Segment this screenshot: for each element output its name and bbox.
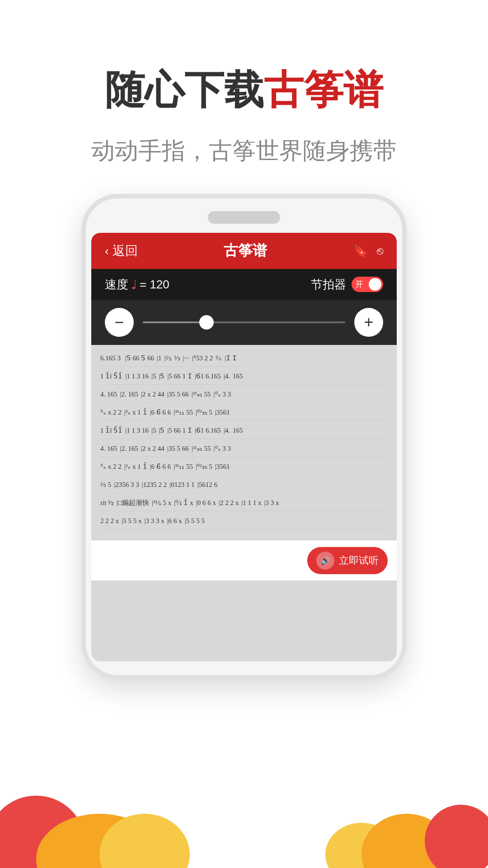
- sheet-segment: |35 5 66: [167, 443, 189, 455]
- sheet-segment: |²¹₄₁ 55: [192, 443, 211, 455]
- sheet-segment: |²¹⁄₁ 5 x: [152, 497, 171, 509]
- decrease-button[interactable]: −: [105, 308, 134, 337]
- listen-label: 立即试听: [339, 554, 379, 567]
- sheet-segment: |2. 165: [120, 388, 139, 401]
- sheet-segment: |5: [151, 425, 156, 437]
- blob-left-red: [0, 796, 86, 868]
- sheet-row: 4. 165 |2. 165 |2 x 2 44 |35 5 66 |²¹₄₁ …: [100, 388, 388, 403]
- sheet-segment: ⁵ₓ x 2 2: [100, 461, 122, 473]
- sheet-segment: |1̄ 1̄: [225, 352, 237, 364]
- sheet-segment: |3 3 3 x: [145, 515, 164, 527]
- sheet-segment: |0 6 6 x: [196, 497, 216, 509]
- sheet-segment: |2 x 2 44: [141, 443, 164, 455]
- bottom-bar: 🔊 立即试听: [91, 540, 397, 580]
- sheet-segment: |³¹₁₁ 55: [174, 406, 193, 419]
- sheet-segment: |³ₓ x 1 1̄: [124, 461, 147, 473]
- main-title-part1: 随心下载: [105, 67, 264, 112]
- sheet-row: rit ³⁄₂ |□煽起渐快 |²¹⁄₁ 5 x |⁰⁄₁ 1̄ x |0 6 …: [100, 497, 388, 511]
- sheet-segment: |6 6̃ 6 6: [150, 406, 171, 419]
- main-title-part2: 古筝谱: [264, 67, 383, 112]
- sheet-segment: |3561: [215, 461, 230, 473]
- sheet-segment: ²⁄₅ 5: [100, 479, 111, 491]
- sheet-segment: |6 6̃ 6 6: [150, 461, 171, 473]
- sheet-row: 1 1̄ī 5̄1̄ |1 1 3 16 |5 |5̄ |5 66 1 1̄ |…: [100, 370, 388, 385]
- bottom-decoration: [0, 750, 488, 868]
- sheet-row: 6.165 3 |5̄ 66 5̄ 66 |1 |²⁄₂ ³⁄₃ |··· |⁵…: [100, 352, 388, 367]
- listen-button[interactable]: 🔊 立即试听: [307, 547, 388, 574]
- tempo-display: 速度 ♩ = 120: [105, 277, 169, 292]
- sheet-row: ⁵ₓ x 2 2 |³ₓ x 1 1̄ |6 6̃ 6 6 |³¹₁₁ 55 |…: [100, 406, 388, 421]
- blob-right-yellow: [325, 823, 398, 868]
- back-button[interactable]: ‹ 返回: [105, 242, 138, 259]
- sheet-segment: |³¹₁₁ 55: [174, 461, 193, 473]
- sheet-segment: |5 66 1 1̄: [167, 425, 192, 437]
- back-label: 返回: [113, 242, 138, 259]
- sheet-segment: 2 2 2 x: [100, 515, 119, 527]
- blob-left-yellow: [99, 814, 190, 868]
- sheet-segment: 165: [233, 425, 243, 437]
- increase-button[interactable]: +: [354, 308, 383, 337]
- slider-fill: [143, 321, 203, 323]
- phone-outer: ‹ 返回 古筝谱 🔖 ⎋ 速度 ♩ = 120 节拍器: [81, 194, 407, 679]
- sheet-row: ²⁄₅ 5 |2356 3 3 |1235 2 2 |0123 1 1 |561…: [100, 479, 388, 493]
- sheet-segment: |3 3 x: [264, 497, 279, 509]
- sheet-segment: |5: [151, 370, 156, 382]
- sheet-segment: |1 1 3 16: [125, 425, 149, 437]
- sheet-row: 4. 165 |2. 165 |2 x 2 44 |35 5 66 |²¹₄₁ …: [100, 443, 388, 457]
- sheet-segment: |1 1 3 16: [125, 370, 149, 382]
- app-screen: ‹ 返回 古筝谱 🔖 ⎋ 速度 ♩ = 120 节拍器: [91, 233, 397, 661]
- sheet-segment: |5 5 5 5: [185, 515, 205, 527]
- sheet-segment: ⁵ₓ x 2 2: [100, 406, 122, 419]
- sheet-segment: |6 6 x: [167, 515, 182, 527]
- bookmark-icon[interactable]: 🔖: [353, 244, 368, 258]
- sheet-segment: |²⁄₂: [164, 352, 172, 364]
- app-title: 古筝谱: [224, 241, 267, 261]
- metronome-toggle[interactable]: 开: [352, 277, 383, 292]
- phone-speaker: [208, 211, 280, 224]
- share-icon[interactable]: ⎋: [377, 245, 383, 257]
- sheet-segment: |□煽起渐快: [117, 497, 149, 509]
- sheet-segment: 4. 165: [100, 443, 117, 455]
- sheet-segment: |⁰ₓ 3 3: [214, 443, 231, 455]
- metronome-label: 节拍器: [311, 277, 346, 292]
- sheet-segment: rit ³⁄₂: [100, 497, 114, 509]
- sheet-segment: |5̄: [159, 370, 164, 382]
- sheet-segment: |⁵53 2 2: [192, 352, 213, 364]
- sheet-segment: |5 5 5 x: [122, 515, 141, 527]
- tempo-label: 速度: [105, 277, 128, 292]
- sheet-segment: |6̄1 6.165: [195, 370, 221, 382]
- sheet-segment: 165: [233, 370, 243, 382]
- slider-area: − +: [91, 300, 397, 345]
- sheet-segment: |²¹₄₁ 55: [192, 388, 211, 401]
- blob-right-red: [425, 805, 488, 868]
- subtitle: 动动手指，古筝世界随身携带: [0, 135, 488, 167]
- sheet-segment: |0123 1 1: [169, 479, 195, 491]
- sheet-segment: |⁰²₃₅ 5: [196, 461, 212, 473]
- tempo-value: = 120: [140, 278, 169, 292]
- toggle-label: 开: [355, 279, 363, 290]
- back-chevron-icon: ‹: [105, 244, 109, 258]
- phone-mockup: ‹ 返回 古筝谱 🔖 ⎋ 速度 ♩ = 120 节拍器: [81, 194, 407, 679]
- sheet-segment: |2356 3 3: [114, 479, 139, 491]
- sheet-segment: |1 1 1 x: [241, 497, 261, 509]
- sheet-segment: 4. 165: [100, 388, 117, 401]
- sheet-segment: |1235 2 2: [142, 479, 167, 491]
- sheet-segment: |5̄ 66 5̄ 66: [125, 352, 154, 364]
- header-icons: 🔖 ⎋: [353, 244, 383, 258]
- sheet-segment: |2 2 2 x: [219, 497, 239, 509]
- sheet-music-area: 6.165 3 |5̄ 66 5̄ 66 |1 |²⁄₂ ³⁄₃ |··· |⁵…: [91, 345, 397, 661]
- minus-icon: −: [114, 313, 124, 332]
- sheet-segment: ³⁄₃: [174, 352, 180, 364]
- sheet-segment: |4.: [224, 370, 230, 382]
- sheet-segment: |⁰ₓ 3 3: [214, 388, 231, 401]
- sheet-segment: ³⁄ₓ: [216, 352, 222, 364]
- metronome-control: 节拍器 开: [311, 277, 383, 292]
- tempo-note-icon: ♩: [131, 277, 137, 292]
- sheet-segment: |4.: [224, 425, 230, 437]
- tempo-slider[interactable]: [143, 321, 345, 323]
- blob-right-orange: [361, 814, 452, 868]
- sheet-segment: |2 x 2 44: [141, 388, 164, 401]
- sheet-segment: |1: [157, 352, 162, 364]
- plus-icon: +: [364, 313, 373, 332]
- listen-icon: 🔊: [316, 552, 334, 570]
